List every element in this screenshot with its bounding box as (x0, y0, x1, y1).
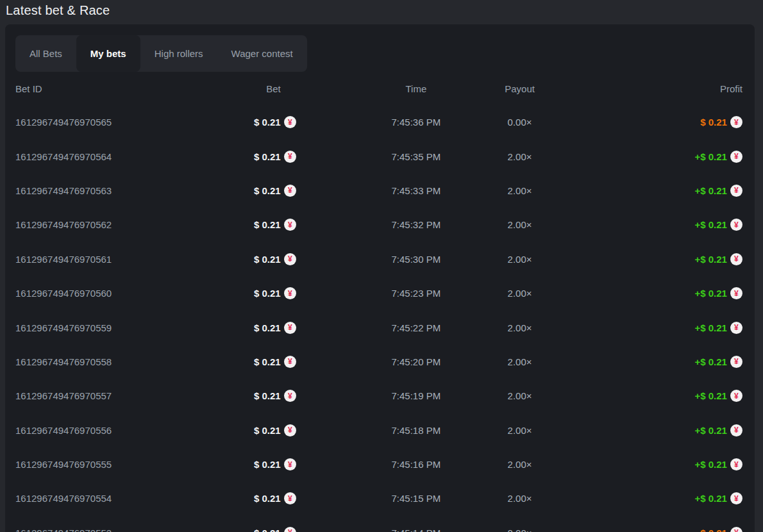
table-row[interactable]: 161296749476970559 $ 0.21 ¥ 7:45:22 PM 2… (15, 310, 744, 344)
bet-cell: $ 0.21 ¥ (227, 424, 296, 436)
profit-cell: +$ 0.21 ¥ (580, 322, 744, 334)
tab-all-bets[interactable]: All Bets (15, 35, 76, 72)
payout-cell: 2.00× (478, 219, 580, 230)
bet-cell: $ 0.21 ¥ (227, 116, 296, 128)
yen-coin-icon: ¥ (730, 424, 742, 436)
profit-cell: +$ 0.21 ¥ (580, 219, 744, 231)
table-row[interactable]: 161296749476970555 $ 0.21 ¥ 7:45:16 PM 2… (15, 447, 744, 481)
yen-coin-icon: ¥ (730, 356, 742, 368)
column-header-profit: Profit (580, 83, 744, 94)
table-row[interactable]: 161296749476970563 $ 0.21 ¥ 7:45:33 PM 2… (15, 174, 744, 208)
profit-amount: +$ 0.21 (694, 151, 726, 162)
payout-cell: 2.00× (478, 493, 580, 504)
bet-amount: $ 0.21 (254, 288, 281, 299)
yen-coin-icon: ¥ (730, 527, 742, 532)
profit-amount: +$ 0.21 (694, 493, 726, 504)
time-cell: 7:45:16 PM (296, 459, 478, 470)
yen-coin-icon: ¥ (730, 390, 742, 402)
table-row[interactable]: 161296749476970554 $ 0.21 ¥ 7:45:15 PM 2… (15, 481, 744, 515)
profit-amount: $ 0.21 (700, 117, 727, 128)
yen-coin-icon: ¥ (284, 253, 296, 265)
profit-amount: +$ 0.21 (694, 356, 726, 367)
yen-coin-icon: ¥ (284, 492, 296, 504)
profit-amount: +$ 0.21 (694, 390, 726, 401)
payout-cell: 2.00× (478, 390, 580, 401)
yen-coin-icon: ¥ (730, 458, 742, 470)
payout-cell: 2.00× (478, 425, 580, 436)
bet-id-cell: 161296749476970556 (15, 425, 227, 436)
table-row[interactable]: 161296749476970560 $ 0.21 ¥ 7:45:23 PM 2… (15, 276, 744, 310)
time-cell: 7:45:35 PM (296, 151, 478, 162)
yen-coin-icon: ¥ (284, 219, 296, 231)
yen-coin-icon: ¥ (284, 390, 296, 402)
yen-coin-icon: ¥ (730, 253, 742, 265)
profit-amount: +$ 0.21 (694, 322, 726, 333)
bet-id-cell: 161296749476970558 (15, 356, 227, 367)
bet-amount: $ 0.21 (254, 528, 281, 532)
latest-bet-panel: All Bets My bets High rollers Wager cont… (5, 24, 755, 532)
bet-id-cell: 161296749476970553 (15, 528, 227, 532)
payout-cell: 2.00× (478, 254, 580, 265)
time-cell: 7:45:33 PM (296, 185, 478, 196)
payout-cell: 2.00× (478, 322, 580, 333)
table-header: Bet ID Bet Time Payout Profit (15, 72, 744, 105)
bet-cell: $ 0.21 ¥ (227, 253, 296, 265)
yen-coin-icon: ¥ (284, 424, 296, 436)
bet-id-cell: 161296749476970559 (15, 322, 227, 333)
time-cell: 7:45:30 PM (296, 254, 478, 265)
yen-coin-icon: ¥ (730, 151, 742, 163)
time-cell: 7:45:36 PM (296, 117, 478, 128)
tab-high-rollers[interactable]: High rollers (140, 35, 217, 72)
bet-tabs: All Bets My bets High rollers Wager cont… (15, 35, 307, 72)
time-cell: 7:45:23 PM (296, 288, 478, 299)
table-row[interactable]: 161296749476970562 $ 0.21 ¥ 7:45:32 PM 2… (15, 208, 744, 242)
yen-coin-icon: ¥ (284, 287, 296, 299)
bet-amount: $ 0.21 (254, 254, 281, 265)
table-row[interactable]: 161296749476970553 $ 0.21 ¥ 7:45:14 PM 0… (15, 516, 744, 532)
payout-cell: 2.00× (478, 151, 580, 162)
bet-cell: $ 0.21 ¥ (227, 527, 296, 532)
bet-cell: $ 0.21 ¥ (227, 151, 296, 163)
bet-cell: $ 0.21 ¥ (227, 322, 296, 334)
time-cell: 7:45:14 PM (296, 528, 478, 532)
yen-coin-icon: ¥ (284, 527, 296, 532)
profit-cell: +$ 0.21 ¥ (580, 253, 744, 265)
profit-amount: +$ 0.21 (694, 185, 726, 196)
bet-id-cell: 161296749476970555 (15, 459, 227, 470)
bet-id-cell: 161296749476970554 (15, 493, 227, 504)
yen-coin-icon: ¥ (730, 219, 742, 231)
time-cell: 7:45:22 PM (296, 322, 478, 333)
bet-cell: $ 0.21 ¥ (227, 356, 296, 368)
bet-amount: $ 0.21 (254, 322, 281, 333)
time-cell: 7:45:15 PM (296, 493, 478, 504)
bet-amount: $ 0.21 (254, 493, 281, 504)
time-cell: 7:45:18 PM (296, 425, 478, 436)
page-title: Latest bet & Race (0, 0, 763, 18)
profit-amount: $ 0.21 (700, 528, 727, 532)
table-row[interactable]: 161296749476970564 $ 0.21 ¥ 7:45:35 PM 2… (15, 139, 744, 173)
bet-cell: $ 0.21 ¥ (227, 492, 296, 504)
table-row[interactable]: 161296749476970565 $ 0.21 ¥ 7:45:36 PM 0… (15, 105, 744, 139)
profit-amount: +$ 0.21 (694, 459, 726, 470)
yen-coin-icon: ¥ (284, 185, 296, 197)
table-body: 161296749476970565 $ 0.21 ¥ 7:45:36 PM 0… (15, 105, 744, 532)
bet-amount: $ 0.21 (254, 151, 281, 162)
bet-cell: $ 0.21 ¥ (227, 185, 296, 197)
bet-id-cell: 161296749476970563 (15, 185, 227, 196)
table-row[interactable]: 161296749476970556 $ 0.21 ¥ 7:45:18 PM 2… (15, 413, 744, 447)
table-row[interactable]: 161296749476970557 $ 0.21 ¥ 7:45:19 PM 2… (15, 379, 744, 413)
tab-my-bets[interactable]: My bets (76, 35, 140, 72)
table-row[interactable]: 161296749476970561 $ 0.21 ¥ 7:45:30 PM 2… (15, 242, 744, 276)
bet-id-cell: 161296749476970560 (15, 288, 227, 299)
bet-id-cell: 161296749476970564 (15, 151, 227, 162)
profit-cell: +$ 0.21 ¥ (580, 287, 744, 299)
table-row[interactable]: 161296749476970558 $ 0.21 ¥ 7:45:20 PM 2… (15, 345, 744, 379)
bet-id-cell: 161296749476970565 (15, 117, 227, 128)
tab-wager-contest[interactable]: Wager contest (217, 35, 307, 72)
profit-amount: +$ 0.21 (694, 219, 726, 230)
profit-cell: +$ 0.21 ¥ (580, 390, 744, 402)
yen-coin-icon: ¥ (284, 322, 296, 334)
payout-cell: 2.00× (478, 185, 580, 196)
profit-cell: +$ 0.21 ¥ (580, 185, 744, 197)
yen-coin-icon: ¥ (730, 322, 742, 334)
